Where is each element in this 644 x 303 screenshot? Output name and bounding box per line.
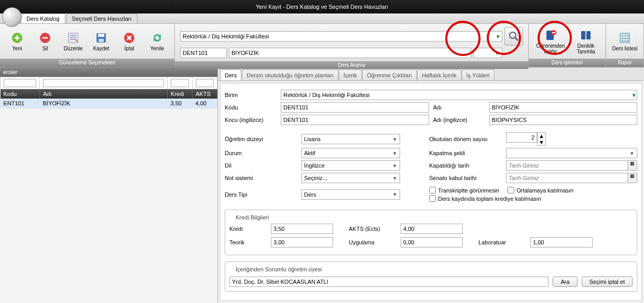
- cancel-icon: [122, 31, 136, 45]
- courses-grid[interactable]: Kodu Adı Kredi AKTS ENT101 BİYOFİZİK 3,5…: [0, 77, 217, 108]
- sorumlu-input[interactable]: [229, 277, 549, 287]
- birim-label: Birim: [225, 92, 277, 98]
- left-panel: ersler Kodu Adı Kredi AKTS ENT101 BİYOFİ…: [0, 67, 218, 303]
- tab-secmeli-havuzlari[interactable]: Seçmeli Ders Havuzları: [66, 13, 138, 23]
- book-minus-icon: [544, 29, 557, 42]
- table-row[interactable]: ENT101 BİYOFİZİK 3,50 4,00: [1, 99, 217, 108]
- ara-button[interactable]: Ara: [553, 277, 577, 287]
- edit-button[interactable]: Düzenle: [59, 27, 87, 56]
- ribbon: Yeni Sil Düzenle Kaydet İptal Yenile: [0, 24, 644, 67]
- filter-adi[interactable]: [43, 79, 164, 87]
- notsistem-select[interactable]: Seçiniz...▾: [302, 173, 400, 183]
- save-button[interactable]: Kaydet: [87, 27, 115, 56]
- delete-button[interactable]: Sil: [31, 27, 59, 56]
- kodu-en-input[interactable]: [281, 115, 429, 125]
- lab-input[interactable]: [530, 237, 593, 247]
- new-button[interactable]: Yeni: [3, 27, 31, 56]
- dil-select[interactable]: İngilizce▾: [302, 160, 400, 171]
- birim-dropdown[interactable]: Rektörlük / Diş Hekimliği Fakültesi ▾: [281, 90, 637, 100]
- course-list-button[interactable]: Ders listesi: [609, 27, 640, 56]
- kapatildigi-date[interactable]: ▦: [506, 160, 637, 171]
- chevron-down-icon: ▾: [628, 150, 636, 157]
- ortalama-checkbox[interactable]: Ortalamaya katılmasın: [508, 187, 573, 194]
- filter-kodu[interactable]: [4, 79, 36, 87]
- adi-en-input[interactable]: [489, 115, 638, 125]
- spinner-down-icon[interactable]: ▼: [538, 139, 545, 145]
- minus-icon: [38, 31, 52, 45]
- subtab-ogrenme-ciktilari[interactable]: Öğrenme Çıktıları: [362, 70, 417, 80]
- chevron-down-icon: ▾: [391, 191, 399, 198]
- ribbon-group-guncelleme: Yeni Sil Düzenle Kaydet İptal Yenile: [0, 24, 175, 67]
- calendar-icon[interactable]: ▦: [628, 173, 637, 183]
- subtab-icerik[interactable]: İçerik: [339, 70, 362, 80]
- chevron-down-icon: ▾: [391, 175, 399, 182]
- dropdown-arrow-icon: ▾: [497, 33, 500, 40]
- subtab-ders[interactable]: Ders: [220, 70, 241, 80]
- plus-icon: [10, 31, 24, 45]
- ribbon-tab-bar: Ders Katalog Seçmeli Ders Havuzları: [0, 13, 644, 24]
- search-name-input[interactable]: [229, 48, 471, 58]
- svg-point-7: [510, 32, 516, 38]
- window-title: Yeni Kayıt - Ders Katalog ve Seçmeli Der…: [256, 4, 388, 10]
- transkript-checkbox[interactable]: Transkriptte görünmesin: [429, 187, 499, 194]
- kredi-katilmasin-checkbox[interactable]: Ders kaydında toplam krediye katılmasın: [429, 195, 541, 202]
- title-bar: Yeni Kayıt - Ders Katalog ve Seçmeli Der…: [0, 0, 644, 13]
- filter-akts[interactable]: [196, 79, 214, 87]
- remove-from-curriculum-button[interactable]: Öğrenimden kaldır: [532, 27, 569, 56]
- adi-input[interactable]: [489, 102, 638, 113]
- cancel-button[interactable]: İptal: [115, 27, 143, 56]
- ribbon-group-arama: Rektörlük / Diş Hekimliği Fakültesi ▾ ▾ …: [175, 24, 529, 67]
- grid-header-row: Kodu Adı Kredi AKTS: [1, 89, 217, 99]
- refresh-button[interactable]: Yenile: [143, 27, 171, 56]
- kodu-input[interactable]: [281, 102, 429, 113]
- grid-filter-row[interactable]: [1, 77, 217, 89]
- svg-rect-4: [98, 34, 104, 37]
- subtab-is-yukleri[interactable]: İş Yükleri: [462, 70, 495, 80]
- save-icon: [94, 31, 108, 45]
- akts-input[interactable]: [401, 224, 463, 234]
- ribbon-group-label: Güncelleme Seçenekleri: [0, 59, 174, 67]
- kredi-fieldset: Kredi Bilgileri Kredi AKTS (Ects) Teorik…: [225, 210, 637, 255]
- svg-rect-5: [99, 39, 104, 42]
- search-code-input[interactable]: [180, 48, 227, 58]
- kapatma-select[interactable]: ▾: [506, 148, 637, 158]
- ribbon-group-islemler: Öğrenimden kaldır Denklik Tanımla Ders i…: [529, 24, 606, 67]
- define-equivalence-button[interactable]: Denklik Tanımla: [569, 27, 602, 56]
- okutulan-spinner[interactable]: ▲▼: [506, 132, 637, 146]
- kredi-input[interactable]: [271, 224, 333, 234]
- senato-date[interactable]: ▦: [506, 173, 637, 183]
- form-area: Birim Rektörlük / Diş Hekimliği Fakültes…: [220, 83, 642, 301]
- uygulama-input[interactable]: [401, 237, 463, 247]
- refresh-icon: [150, 31, 164, 45]
- right-panel: Ders Dersin okutulduğu öğretim planları …: [218, 67, 644, 303]
- chevron-down-icon: ▾: [391, 136, 399, 143]
- app-orb-button[interactable]: [2, 7, 22, 27]
- ribbon-group-rapor: Ders listesi Rapor: [606, 24, 644, 67]
- subtab-haftalik-icerik[interactable]: Haftalık İçerik: [417, 70, 461, 80]
- subtab-bar: Ders Dersin okutulduğu öğretim planları …: [218, 67, 644, 81]
- dropdown-arrow-icon: ▾: [633, 92, 636, 99]
- derstipi-select[interactable]: Ders▾: [302, 189, 400, 200]
- subtab-ogretim-planlari[interactable]: Dersin okutulduğu öğretim planları: [242, 70, 338, 80]
- tab-ders-katalog[interactable]: Ders Katalog: [21, 13, 65, 23]
- ogretim-select[interactable]: Lisans▾: [302, 134, 400, 144]
- filter-kredi[interactable]: [171, 79, 189, 87]
- books-link-icon: [579, 29, 593, 42]
- chevron-down-icon: ▾: [391, 150, 399, 157]
- secimi-iptal-button[interactable]: Seçimi iptal et: [582, 277, 633, 287]
- search-unit-dropdown[interactable]: Rektörlük / Diş Hekimliği Fakültesi ▾: [180, 31, 502, 42]
- durum-select[interactable]: Aktif▾: [302, 148, 400, 158]
- search-extra-dropdown[interactable]: ▾: [473, 48, 502, 58]
- sorumlu-fieldset: İçeriğinden Sorumlu öğretim üyesi Ara Se…: [225, 261, 637, 292]
- magnifier-icon: [508, 30, 520, 43]
- chevron-down-icon: ▾: [391, 162, 399, 169]
- spinner-up-icon[interactable]: ▲: [538, 133, 545, 139]
- edit-icon: [66, 31, 80, 45]
- calendar-icon[interactable]: ▦: [628, 160, 637, 171]
- search-button[interactable]: [504, 27, 523, 46]
- grid-list-icon: [618, 31, 632, 45]
- teorik-input[interactable]: [271, 237, 333, 247]
- chevron-down-icon: ▾: [494, 50, 501, 57]
